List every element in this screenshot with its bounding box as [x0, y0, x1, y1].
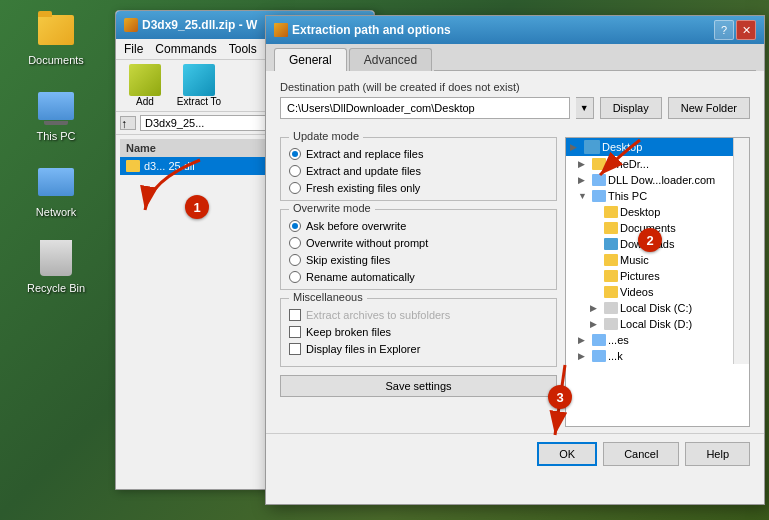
tree-expand-diskd: ▶ [590, 319, 602, 329]
tree-icon-diskc [604, 302, 618, 314]
overwrite-mode-radio-1[interactable] [289, 220, 301, 232]
overwrite-mode-option-3[interactable]: Skip existing files [289, 254, 548, 266]
tree-item-diskd[interactable]: ▶ Local Disk (D:) [566, 316, 733, 332]
update-mode-option-3-label: Fresh existing files only [306, 182, 420, 194]
dialog-window-controls: ? ✕ [714, 20, 756, 40]
update-mode-option-2[interactable]: Extract and update files [289, 165, 548, 177]
dialog-titlebar: Extraction path and options ? ✕ [266, 16, 764, 44]
misc-option-3[interactable]: Display files in Explorer [289, 343, 548, 355]
tree-label-thispc: This PC [608, 190, 647, 202]
winrar-menu-commands[interactable]: Commands [155, 42, 216, 56]
winrar-add-label: Add [136, 96, 154, 107]
documents-label: Documents [28, 54, 84, 66]
overwrite-mode-radio-3[interactable] [289, 254, 301, 266]
dialog-close-button[interactable]: ✕ [736, 20, 756, 40]
tree-icon-music [604, 254, 618, 266]
tree-item-extra2[interactable]: ▶ ...k [566, 348, 733, 364]
tree-item-onedrive[interactable]: ▶ OneDr... [566, 156, 733, 172]
overwrite-mode-options: Ask before overwrite Overwrite without p… [289, 220, 548, 283]
tree-label-diskc: Local Disk (C:) [620, 302, 692, 314]
tree-item-extra1[interactable]: ▶ ...es [566, 332, 733, 348]
documents-icon[interactable]: Documents [16, 10, 96, 66]
dest-path-value: C:\Users\DllDownloader_com\Desktop [287, 102, 475, 114]
help-button[interactable]: Help [685, 442, 750, 466]
overwrite-mode-radio-2[interactable] [289, 237, 301, 249]
badge-2: 2 [638, 228, 662, 252]
overwrite-mode-option-1[interactable]: Ask before overwrite [289, 220, 548, 232]
winrar-up-icon[interactable]: ↑ [120, 116, 136, 130]
ok-button[interactable]: OK [537, 442, 597, 466]
desktop: Documents This PC Network Recycle Bin D3… [0, 0, 769, 520]
tree-item-dlldownloader[interactable]: ▶ DLL Dow...loader.com [566, 172, 733, 188]
tree-item-thispc[interactable]: ▼ This PC [566, 188, 733, 204]
tree-label-desktop-root: Desktop [602, 141, 642, 153]
network-computers-icon [38, 168, 74, 196]
winrar-extract-icon [183, 64, 215, 96]
tree-label-extra2: ...k [608, 350, 623, 362]
misc-option-3-label: Display files in Explorer [306, 343, 420, 355]
winrar-extract-button[interactable]: Extract To [174, 64, 224, 107]
update-mode-option-3[interactable]: Fresh existing files only [289, 182, 548, 194]
misc-option-1-label: Extract archives to subfolders [306, 309, 450, 321]
tree-item-pictures[interactable]: Pictures [566, 268, 733, 284]
overwrite-mode-group: Overwrite mode Ask before overwrite Over… [280, 209, 557, 290]
file-tree-scrollbar[interactable] [733, 138, 749, 364]
update-mode-radio-1[interactable] [289, 148, 301, 160]
winrar-file-name: d3... 25.dll [144, 160, 195, 172]
overwrite-mode-option-2[interactable]: Overwrite without prompt [289, 237, 548, 249]
display-button[interactable]: Display [600, 97, 662, 119]
misc-checkbox-2[interactable] [289, 326, 301, 338]
dialog-title: Extraction path and options [292, 23, 714, 37]
left-options-panel: Update mode Extract and replace files Ex… [280, 137, 557, 427]
misc-option-1[interactable]: Extract archives to subfolders [289, 309, 548, 321]
winrar-add-icon [129, 64, 161, 96]
update-mode-radio-2[interactable] [289, 165, 301, 177]
tab-advanced[interactable]: Advanced [349, 48, 432, 71]
tree-item-diskc[interactable]: ▶ Local Disk (C:) [566, 300, 733, 316]
dest-path-dropdown[interactable]: ▼ [576, 97, 594, 119]
tree-icon-pictures [604, 270, 618, 282]
network-icon[interactable]: Network [16, 162, 96, 218]
overwrite-mode-label: Overwrite mode [289, 202, 375, 214]
save-settings-button[interactable]: Save settings [280, 375, 557, 397]
winrar-menu-file[interactable]: File [124, 42, 143, 56]
tree-item-music[interactable]: Music [566, 252, 733, 268]
tree-label-desktop-sub: Desktop [620, 206, 660, 218]
overwrite-mode-option-4[interactable]: Rename automatically [289, 271, 548, 283]
cancel-button[interactable]: Cancel [603, 442, 679, 466]
tree-label-pictures: Pictures [620, 270, 660, 282]
tree-item-desktop-sub[interactable]: Desktop [566, 204, 733, 220]
tab-general[interactable]: General [274, 48, 347, 71]
winrar-add-button[interactable]: Add [120, 64, 170, 107]
winrar-app-icon [124, 18, 138, 32]
file-tree[interactable]: ▶ Desktop ▶ OneDr... [565, 137, 750, 427]
tree-label-music: Music [620, 254, 649, 266]
tree-label-dlldownloader: DLL Dow...loader.com [608, 174, 715, 186]
tree-expand-desktop: ▶ [570, 142, 582, 152]
recycle-bin-icon[interactable]: Recycle Bin [16, 238, 96, 294]
new-folder-button[interactable]: New Folder [668, 97, 750, 119]
thispc-icon[interactable]: This PC [16, 86, 96, 142]
misc-checkbox-1[interactable] [289, 309, 301, 321]
tree-icon-videos [604, 286, 618, 298]
tree-item-desktop-root[interactable]: ▶ Desktop [566, 138, 733, 156]
tree-icon-documents [604, 222, 618, 234]
overwrite-mode-radio-4[interactable] [289, 271, 301, 283]
tree-item-videos[interactable]: Videos [566, 284, 733, 300]
badge-1: 1 [185, 195, 209, 219]
misc-checkbox-3[interactable] [289, 343, 301, 355]
tree-expand-thispc: ▼ [578, 191, 590, 201]
misc-option-2[interactable]: Keep broken files [289, 326, 548, 338]
overwrite-mode-option-3-label: Skip existing files [306, 254, 390, 266]
file-tree-scrollable: ▶ Desktop ▶ OneDr... [566, 138, 749, 364]
update-mode-option-1[interactable]: Extract and replace files [289, 148, 548, 160]
update-mode-group: Update mode Extract and replace files Ex… [280, 137, 557, 201]
miscellaneous-group: Miscellaneous Extract archives to subfol… [280, 298, 557, 367]
dialog-tab-bar: General Advanced [266, 44, 764, 71]
winrar-menu-tools[interactable]: Tools [229, 42, 257, 56]
dest-path-input[interactable]: C:\Users\DllDownloader_com\Desktop [280, 97, 570, 119]
overwrite-mode-option-4-label: Rename automatically [306, 271, 415, 283]
dialog-help-icon-button[interactable]: ? [714, 20, 734, 40]
network-label: Network [36, 206, 76, 218]
update-mode-radio-3[interactable] [289, 182, 301, 194]
